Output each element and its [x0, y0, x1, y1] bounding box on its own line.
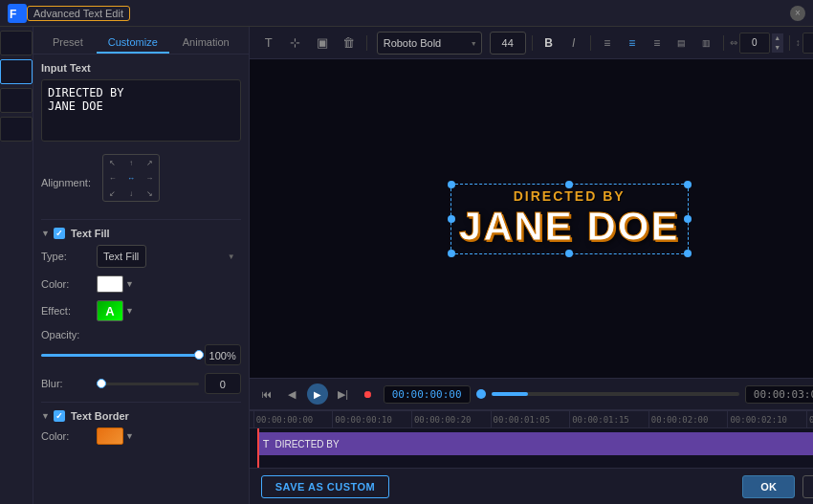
align-tc[interactable]: ↑: [121, 155, 140, 170]
align-left-button[interactable]: ≡: [597, 33, 618, 54]
tab-animation[interactable]: Animation: [171, 33, 241, 54]
text-fill-check[interactable]: ✓: [54, 228, 65, 239]
preview-jane-doe-text: JANE DOE: [459, 204, 680, 250]
align-tr[interactable]: ↗: [141, 155, 159, 170]
tab-customize[interactable]: Customize: [97, 33, 169, 54]
text-tool-icon[interactable]: T: [257, 32, 280, 55]
effect-row: Effect: A ▼: [41, 300, 241, 321]
type-select-wrapper: Text Fill: [97, 245, 241, 268]
line-spacing-input[interactable]: [802, 33, 813, 54]
preset-thumb-2[interactable]: [0, 59, 33, 84]
align-tl[interactable]: ↖: [103, 155, 121, 170]
select-tool-icon[interactable]: ⊹: [284, 32, 307, 55]
save-custom-button[interactable]: SAVE AS CUSTOM: [261, 475, 390, 498]
playhead-marker[interactable]: [476, 389, 486, 399]
skip-back-button[interactable]: ⏮: [257, 384, 276, 404]
ruler-mark-7: 00:00:02:2: [806, 411, 813, 428]
text-border-section: ▼ ✓ Text Border: [41, 410, 241, 422]
color-label: Color:: [41, 278, 91, 290]
border-color-arrow[interactable]: ▼: [125, 431, 134, 441]
align-mc[interactable]: ↔: [121, 170, 140, 186]
toolbar-divider-4: [723, 35, 724, 51]
line-spacing-group: ↕ ▲ ▼: [796, 33, 813, 54]
effect-arrow[interactable]: ▼: [125, 306, 134, 316]
crop-tool-icon[interactable]: ▣: [311, 32, 334, 55]
text-fill-section: ▼ ✓ Text Fill: [41, 228, 241, 239]
toolbar-divider-1: [366, 35, 367, 51]
justify-button[interactable]: ▤: [671, 33, 692, 54]
ok-button[interactable]: OK: [742, 475, 795, 498]
right-area: T ⊹ ▣ 🗑 Roboto Bold B I ≡ ≡ ≡ ▤ ▥: [250, 27, 813, 504]
frame-forward-button[interactable]: ▶|: [334, 384, 353, 404]
align-mr[interactable]: →: [141, 170, 159, 186]
text-fill-arrow[interactable]: ▼: [41, 229, 50, 238]
effect-label: Effect:: [41, 305, 91, 317]
play-button[interactable]: ▶: [307, 383, 328, 405]
delete-tool-icon[interactable]: 🗑: [338, 32, 361, 55]
font-select[interactable]: Roboto Bold: [377, 32, 482, 55]
ruler-mark-5: 00:00:02:00: [648, 411, 728, 428]
ruler-mark-1: 00:00:00:10: [332, 411, 411, 428]
opacity-slider-row: 100%: [41, 344, 241, 365]
letter-spacing-group: ⇔ ▲ ▼: [730, 33, 783, 54]
toolbar-divider-2: [532, 35, 533, 51]
ruler-mark-6: 00:00:02:10: [727, 411, 806, 428]
handle-bc[interactable]: [565, 250, 573, 257]
ruler-mark-2: 00:00:00:20: [411, 411, 491, 428]
text-border-check[interactable]: ✓: [54, 410, 65, 422]
letter-spacing-input[interactable]: [739, 33, 770, 54]
border-color-swatch[interactable]: [97, 427, 123, 445]
transport-timeline[interactable]: [492, 392, 739, 396]
border-color-label: Color:: [41, 430, 91, 442]
opacity-row: Opacity:: [41, 329, 241, 340]
cancel-button[interactable]: CANCEL: [802, 475, 813, 498]
alignment-grid[interactable]: ↖ ↑ ↗ ← ↔ → ↙ ↓ ↘: [102, 154, 160, 202]
tab-preset[interactable]: Preset: [41, 33, 95, 54]
text-track[interactable]: T DIRECTED BY: [257, 432, 813, 455]
handle-mr[interactable]: [684, 215, 692, 223]
text-track-icon: T: [263, 438, 270, 449]
handle-ml[interactable]: [448, 215, 455, 223]
close-button[interactable]: ×: [790, 6, 805, 21]
input-text-section: Input Text: [41, 62, 241, 74]
handle-br[interactable]: [684, 250, 692, 257]
border-color-row: Color: ▼: [41, 427, 241, 445]
preset-thumb-3[interactable]: [0, 88, 33, 113]
toolbar-divider-3: [590, 35, 591, 51]
text-border-arrow[interactable]: ▼: [41, 411, 50, 421]
align-br[interactable]: ↘: [141, 186, 159, 201]
record-button[interactable]: ⏺: [359, 384, 378, 404]
letter-spacing-down[interactable]: ▼: [772, 43, 783, 53]
color-arrow[interactable]: ▼: [125, 279, 134, 289]
preview-text-container[interactable]: DIRECTED BY JANE DOE: [450, 184, 689, 254]
handle-tr[interactable]: [684, 181, 692, 188]
handle-bl[interactable]: [448, 250, 455, 257]
align-center-button[interactable]: ≡: [622, 33, 643, 54]
align-ml[interactable]: ←: [103, 170, 121, 186]
font-size-input[interactable]: [490, 32, 526, 55]
bold-button[interactable]: B: [538, 33, 560, 54]
color-swatch[interactable]: [97, 275, 123, 293]
align-bl[interactable]: ↙: [103, 186, 121, 201]
handle-tc[interactable]: [565, 181, 573, 188]
opacity-slider-track[interactable]: [41, 354, 199, 357]
timeline-cursor[interactable]: [257, 428, 259, 468]
color-row: Color: ▼: [41, 275, 241, 293]
vertical-align-button[interactable]: ▥: [696, 33, 717, 54]
type-select[interactable]: Text Fill: [97, 245, 146, 268]
input-text-field[interactable]: DIRECTED BY JANE DOE: [41, 79, 241, 142]
blur-slider-track[interactable]: [97, 383, 199, 385]
color-swatch-container: ▼: [97, 275, 134, 293]
timecode-display: 00:00:00:00: [384, 385, 471, 404]
preset-thumb-1[interactable]: [0, 31, 33, 55]
preset-panel: [0, 27, 33, 504]
handle-tl[interactable]: [448, 181, 455, 188]
align-bc[interactable]: ↓: [121, 186, 140, 201]
align-right-button[interactable]: ≡: [647, 33, 668, 54]
letter-spacing-up[interactable]: ▲: [772, 33, 783, 43]
effect-swatch[interactable]: A: [97, 300, 123, 321]
italic-button[interactable]: I: [563, 33, 584, 54]
frame-back-button[interactable]: ◀: [282, 384, 301, 404]
preset-thumb-4[interactable]: [0, 117, 33, 142]
transport-bar: ⏮ ◀ ▶ ▶| ⏺ 00:00:00:00 00:00:03:00 ⏱ ⊕: [250, 378, 813, 410]
